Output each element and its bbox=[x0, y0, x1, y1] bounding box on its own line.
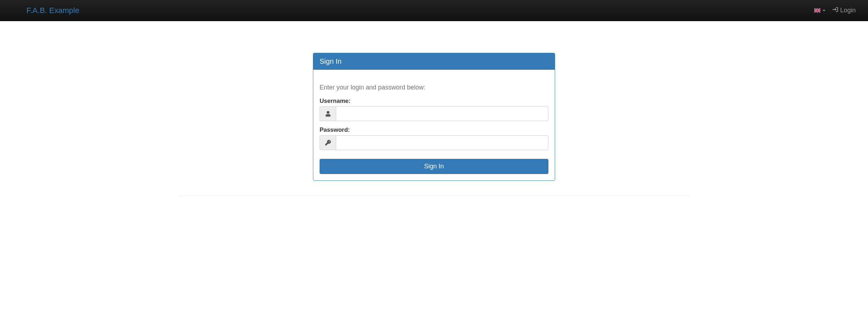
password-label: Password: bbox=[320, 126, 548, 134]
signin-button[interactable]: Sign In bbox=[320, 159, 548, 174]
sign-in-icon bbox=[832, 7, 838, 14]
login-link[interactable]: Login bbox=[832, 7, 856, 14]
footer-divider bbox=[179, 195, 689, 196]
password-input-group bbox=[320, 135, 548, 150]
username-input-group bbox=[320, 106, 548, 121]
help-text: Enter your login and password below: bbox=[320, 84, 548, 91]
chevron-down-icon bbox=[823, 10, 825, 11]
navbar-right: Login bbox=[814, 7, 861, 14]
navbar: F.A.B. Example Login bbox=[0, 0, 868, 21]
username-input[interactable] bbox=[336, 106, 548, 121]
main-container: Sign In Enter your login and password be… bbox=[174, 53, 694, 196]
brand-link[interactable]: F.A.B. Example bbox=[7, 1, 84, 20]
panel-wrapper: Sign In Enter your login and password be… bbox=[179, 53, 689, 181]
password-input[interactable] bbox=[336, 135, 548, 150]
user-icon bbox=[320, 106, 336, 121]
key-icon bbox=[320, 135, 336, 150]
signin-panel: Sign In Enter your login and password be… bbox=[313, 53, 555, 181]
password-group: Password: bbox=[320, 126, 548, 150]
username-group: Username: bbox=[320, 98, 548, 121]
panel-title: Sign In bbox=[313, 53, 555, 70]
username-label: Username: bbox=[320, 98, 548, 105]
language-selector[interactable] bbox=[814, 8, 825, 13]
panel-body: Enter your login and password below: Use… bbox=[313, 70, 555, 180]
login-link-label: Login bbox=[840, 7, 856, 14]
uk-flag-icon bbox=[814, 8, 820, 13]
